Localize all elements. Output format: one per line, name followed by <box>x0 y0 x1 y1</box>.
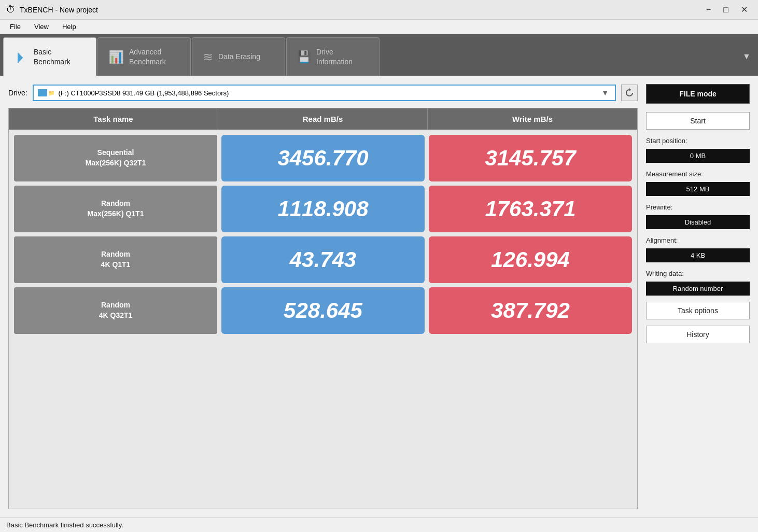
title-bar-left: ⏱ TxBENCH - New project <box>6 4 98 15</box>
basic-benchmark-icon: ⏵ <box>14 48 29 65</box>
prewrite-label: Prewrite: <box>646 203 750 211</box>
write-value-3: 387.792 <box>429 287 632 334</box>
writing-data-label: Writing data: <box>646 270 750 277</box>
drive-select-container: 📁 (F:) CT1000P3SSD8 931.49 GB (1,953,488… <box>33 85 616 101</box>
task-name-1: RandomMax(256K) Q1T1 <box>14 186 217 232</box>
header-write: Write mB/s <box>428 108 637 130</box>
task-options-button[interactable]: Task options <box>646 302 750 319</box>
read-value-2: 43.743 <box>221 236 425 283</box>
status-text: Basic Benchmark finished successfully. <box>6 521 123 529</box>
menu-view[interactable]: View <box>29 21 54 32</box>
tab-bar: ⏵ BasicBenchmark 📊 AdvancedBenchmark ≋ D… <box>0 34 758 76</box>
title-controls: − □ ✕ <box>702 4 752 16</box>
menu-bar: File View Help <box>0 20 758 34</box>
table-row: RandomMax(256K) Q1T1 1118.908 1763.371 <box>14 186 632 232</box>
read-value-0: 3456.770 <box>221 135 425 181</box>
maximize-button[interactable]: □ <box>719 4 733 16</box>
read-value-1: 1118.908 <box>221 186 425 232</box>
refresh-icon <box>625 88 634 97</box>
drive-dropdown-arrow[interactable]: ▼ <box>599 89 611 97</box>
file-mode-button[interactable]: FILE mode <box>646 84 750 104</box>
history-button[interactable]: History <box>646 326 750 343</box>
table-header: Task name Read mB/s Write mB/s <box>9 108 637 130</box>
write-value-2: 126.994 <box>429 236 632 283</box>
task-name-3: Random4K Q32T1 <box>14 287 217 334</box>
right-panel: FILE mode Start Start position: 0 MB Mea… <box>646 84 750 509</box>
measurement-size-value: 512 MB <box>646 182 750 196</box>
data-erasing-icon: ≋ <box>203 50 213 64</box>
write-value-1: 1763.371 <box>429 186 632 232</box>
main-content: Drive: 📁 (F:) CT1000P3SSD8 931.49 GB (1,… <box>0 76 758 517</box>
table-body: SequentialMax(256K) Q32T1 3456.770 3145.… <box>9 130 637 509</box>
prewrite-value: Disabled <box>646 215 750 229</box>
write-value-0: 3145.757 <box>429 135 632 181</box>
menu-help[interactable]: Help <box>57 21 82 32</box>
alignment-label: Alignment: <box>646 236 750 244</box>
drive-icon: 📁 <box>38 89 54 96</box>
table-row: SequentialMax(256K) Q32T1 3456.770 3145.… <box>14 135 632 181</box>
minimize-button[interactable]: − <box>702 4 715 16</box>
tab-drive-information[interactable]: 💾 DriveInformation <box>286 37 380 76</box>
writing-data-value: Random number <box>646 282 750 296</box>
start-button[interactable]: Start <box>646 112 750 130</box>
task-name-0: SequentialMax(256K) Q32T1 <box>14 135 217 181</box>
start-position-value: 0 MB <box>646 149 750 163</box>
tab-basic-benchmark[interactable]: ⏵ BasicBenchmark <box>3 37 96 76</box>
tab-advanced-label: AdvancedBenchmark <box>129 47 166 66</box>
close-button[interactable]: ✕ <box>737 4 752 16</box>
tab-dropdown-button[interactable]: ▼ <box>738 52 755 61</box>
measurement-size-label: Measurement size: <box>646 170 750 178</box>
drive-refresh-button[interactable] <box>621 85 638 101</box>
header-task-name: Task name <box>9 108 218 130</box>
read-value-3: 528.645 <box>221 287 425 334</box>
title-bar: ⏱ TxBENCH - New project − □ ✕ <box>0 0 758 20</box>
tab-basic-label: BasicBenchmark <box>34 47 71 66</box>
status-bar: Basic Benchmark finished successfully. <box>0 517 758 532</box>
alignment-value: 4 KB <box>646 248 750 262</box>
tab-erasing-label: Data Erasing <box>218 52 260 61</box>
tab-advanced-benchmark[interactable]: 📊 AdvancedBenchmark <box>97 37 191 76</box>
window-title: TxBENCH - New project <box>20 6 98 14</box>
drive-label: Drive: <box>8 89 27 97</box>
drive-select-text: (F:) CT1000P3SSD8 931.49 GB (1,953,488,8… <box>59 89 596 97</box>
table-row: Random4K Q1T1 43.743 126.994 <box>14 236 632 283</box>
menu-file[interactable]: File <box>4 21 26 32</box>
left-panel: Drive: 📁 (F:) CT1000P3SSD8 931.49 GB (1,… <box>8 84 638 509</box>
task-name-2: Random4K Q1T1 <box>14 236 217 283</box>
app-icon: ⏱ <box>6 4 16 15</box>
start-position-label: Start position: <box>646 137 750 145</box>
advanced-benchmark-icon: 📊 <box>108 50 124 64</box>
tab-data-erasing[interactable]: ≋ Data Erasing <box>192 37 285 76</box>
header-read: Read mB/s <box>218 108 428 130</box>
benchmark-table: Task name Read mB/s Write mB/s Sequentia… <box>8 108 638 509</box>
tab-drive-label: DriveInformation <box>316 47 353 66</box>
drive-info-icon: 💾 <box>297 50 311 64</box>
drive-row: Drive: 📁 (F:) CT1000P3SSD8 931.49 GB (1,… <box>8 84 638 102</box>
table-row: Random4K Q32T1 528.645 387.792 <box>14 287 632 334</box>
